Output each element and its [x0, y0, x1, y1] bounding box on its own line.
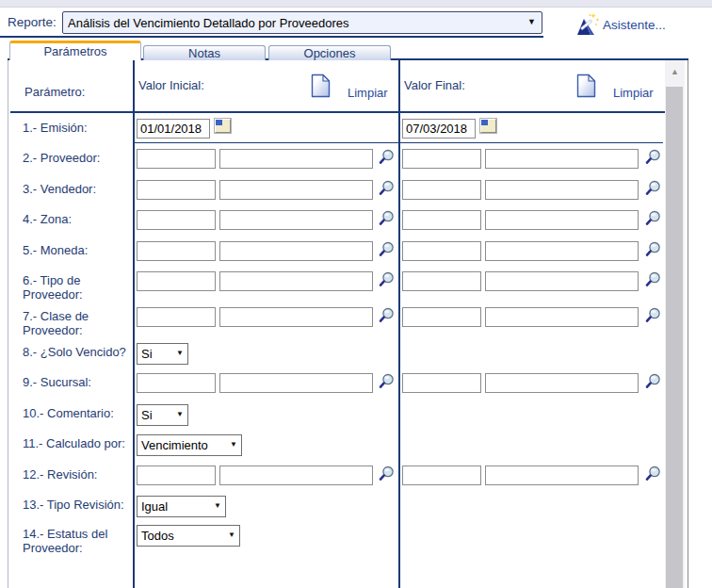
final-vendedor-desc-input[interactable] — [485, 180, 639, 200]
final-value-cell-empty — [399, 519, 666, 588]
initial-value-cell: Si▼ — [134, 337, 399, 368]
initial-value-cell — [134, 143, 399, 174]
param-row-revision: 12.- Revisión: — [9, 460, 666, 491]
table-header-row: Parámetro: Valor Inicial: Limpiar Valor … — [9, 60, 666, 111]
calculado-por-select[interactable]: Vencimiento — [137, 434, 242, 456]
param-row-calculado-por: 11.- Calculado por:Vencimiento▼ — [9, 429, 666, 460]
final-moneda-desc-input[interactable] — [485, 241, 639, 261]
initial-value-column-header: Valor Inicial: — [138, 78, 204, 92]
initial-value-cell: Igual▼ — [134, 490, 399, 519]
initial-clase-proveedor-desc-input[interactable] — [219, 307, 373, 327]
initial-proveedor-magnifier-icon[interactable] — [379, 149, 395, 165]
initial-value-cell — [134, 368, 399, 399]
up-arrow-icon[interactable]: ▲ — [665, 60, 685, 85]
clear-initial-page-icon[interactable] — [311, 74, 331, 102]
initial-vendedor-code-input[interactable] — [137, 180, 216, 200]
tab-opciones[interactable]: Opciones — [268, 45, 391, 60]
initial-revision-magnifier-icon[interactable] — [379, 466, 395, 482]
clear-initial-link[interactable]: Limpiar — [348, 86, 388, 100]
final-zona-code-input[interactable] — [402, 210, 481, 230]
estatus-proveedor-label: 14.- Estatus del Proveedor: — [9, 519, 134, 588]
final-proveedor-magnifier-icon[interactable] — [645, 149, 661, 165]
initial-value-cell: Vencimiento▼ — [134, 429, 399, 460]
parameters-panel: Parámetro: Valor Inicial: Limpiar Valor … — [8, 58, 688, 588]
initial-vendedor-magnifier-icon[interactable] — [379, 180, 395, 196]
final-value-cell — [399, 236, 666, 267]
initial-value-cell — [134, 302, 399, 337]
initial-moneda-magnifier-icon[interactable] — [379, 241, 395, 257]
initial-value-cell — [134, 113, 399, 143]
initial-zona-code-input[interactable] — [137, 210, 216, 230]
final-emision-date-input[interactable] — [402, 119, 476, 139]
final-proveedor-desc-input[interactable] — [485, 149, 639, 169]
vertical-scrollbar[interactable]: ▲ — [665, 60, 685, 588]
initial-moneda-code-input[interactable] — [137, 241, 216, 261]
initial-value-cell: Todos▼ — [134, 519, 399, 588]
initial-clase-proveedor-magnifier-icon[interactable] — [379, 307, 395, 323]
final-tipo-proveedor-code-input[interactable] — [402, 271, 481, 291]
param-row-estatus-proveedor: 14.- Estatus del Proveedor:Todos▼ — [9, 519, 666, 588]
initial-zona-magnifier-icon[interactable] — [379, 210, 395, 226]
report-select[interactable]: Análisis del Vencimiento Detallado por P… — [62, 11, 542, 34]
initial-tipo-proveedor-magnifier-icon[interactable] — [379, 271, 395, 287]
initial-zona-desc-input[interactable] — [219, 210, 373, 230]
final-zona-magnifier-icon[interactable] — [645, 210, 661, 226]
tab-notas[interactable]: Notas — [143, 45, 266, 60]
solo-vencido-select[interactable]: Si — [137, 343, 188, 365]
comentario-select[interactable]: Si — [137, 404, 188, 426]
assistant-button[interactable]: Asistente... — [574, 12, 666, 37]
initial-emision-calendar-icon[interactable] — [215, 119, 231, 133]
initial-value-cell — [134, 266, 399, 302]
final-vendedor-magnifier-icon[interactable] — [645, 180, 661, 196]
final-moneda-magnifier-icon[interactable] — [645, 241, 661, 257]
initial-tipo-proveedor-code-input[interactable] — [137, 271, 216, 291]
param-row-emision: 1.- Emisión: — [9, 113, 666, 143]
clear-final-page-icon[interactable] — [576, 74, 596, 102]
final-sucursal-code-input[interactable] — [402, 373, 481, 393]
emision-label: 1.- Emisión: — [9, 113, 134, 143]
initial-moneda-desc-input[interactable] — [219, 241, 373, 261]
final-tipo-proveedor-magnifier-icon[interactable] — [645, 271, 661, 287]
initial-emision-date-input[interactable] — [137, 119, 210, 139]
initial-sucursal-code-input[interactable] — [137, 373, 216, 393]
initial-sucursal-magnifier-icon[interactable] — [379, 373, 395, 389]
scrollbar-thumb[interactable] — [666, 87, 683, 588]
initial-revision-code-input[interactable] — [137, 466, 216, 485]
final-value-cell — [399, 113, 666, 143]
final-clase-proveedor-desc-input[interactable] — [485, 307, 639, 327]
final-clase-proveedor-magnifier-icon[interactable] — [645, 307, 661, 323]
final-zona-desc-input[interactable] — [485, 210, 639, 230]
tab-parametros[interactable]: Parámetros — [9, 41, 141, 60]
param-row-tipo-proveedor: 6.- Tipo de Proveedor: — [9, 266, 666, 302]
initial-sucursal-desc-input[interactable] — [219, 373, 373, 393]
final-proveedor-code-input[interactable] — [402, 149, 481, 169]
final-value-cell — [399, 302, 666, 337]
final-sucursal-desc-input[interactable] — [485, 373, 639, 393]
final-revision-magnifier-icon[interactable] — [645, 466, 661, 482]
param-row-solo-vencido: 8.- ¿Solo Vencido?Si▼ — [9, 337, 666, 368]
tab-bar: ParámetrosNotasOpciones — [9, 41, 394, 60]
final-emision-calendar-icon[interactable] — [480, 119, 496, 133]
initial-tipo-proveedor-desc-input[interactable] — [219, 271, 373, 291]
initial-value-cell — [134, 460, 399, 491]
estatus-proveedor-select[interactable]: Todos — [137, 525, 240, 547]
final-clase-proveedor-code-input[interactable] — [402, 307, 481, 327]
clear-final-link[interactable]: Limpiar — [613, 86, 654, 100]
final-value-cell — [399, 368, 666, 399]
initial-vendedor-desc-input[interactable] — [219, 180, 373, 200]
final-vendedor-code-input[interactable] — [402, 180, 481, 200]
param-row-tipo-revision: 13.- Tipo Revisión:Igual▼ — [9, 490, 666, 519]
tipo-revision-select[interactable]: Igual — [137, 496, 226, 517]
final-tipo-proveedor-desc-input[interactable] — [485, 271, 639, 291]
param-row-clase-proveedor: 7.- Clase de Proveedor: — [9, 302, 666, 337]
final-revision-desc-input[interactable] — [485, 466, 639, 485]
initial-clase-proveedor-code-input[interactable] — [137, 307, 216, 327]
final-revision-code-input[interactable] — [402, 466, 481, 485]
final-moneda-code-input[interactable] — [402, 241, 481, 261]
initial-proveedor-code-input[interactable] — [137, 149, 216, 169]
param-row-sucursal: 9.- Sucursal: — [9, 368, 666, 399]
final-sucursal-magnifier-icon[interactable] — [645, 373, 661, 389]
parameter-rows: 1.- Emisión:2.- Proveedor:3.- Vendedor:4… — [9, 113, 666, 588]
initial-revision-desc-input[interactable] — [219, 466, 373, 485]
initial-proveedor-desc-input[interactable] — [219, 149, 373, 169]
